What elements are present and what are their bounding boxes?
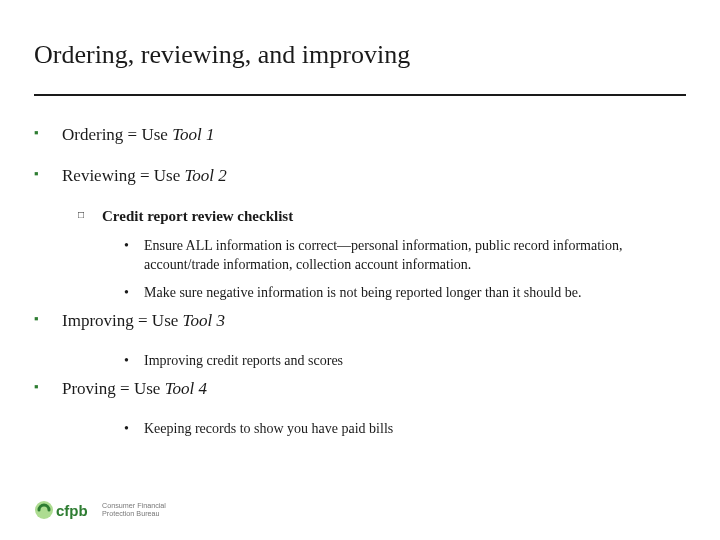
square-bullet-icon: ▪ — [34, 124, 62, 147]
point-text: Keeping records to show you have paid bi… — [144, 419, 686, 438]
bullet-prefix: Proving = Use — [62, 379, 165, 398]
bullet-reviewing: ▪ Reviewing = Use Tool 2 — [34, 165, 686, 188]
bullet-text: Proving = Use Tool 4 — [62, 378, 686, 401]
bullet-tool: Tool 4 — [165, 379, 207, 398]
title-rule — [34, 94, 686, 96]
point-improving-reports: • Improving credit reports and scores — [124, 351, 686, 370]
bullet-prefix: Ordering = Use — [62, 125, 172, 144]
slide-title: Ordering, reviewing, and improving — [34, 40, 686, 80]
point-negative-info: • Make sure negative information is not … — [124, 283, 686, 302]
point-text: Ensure ALL information is correct—person… — [144, 236, 686, 275]
bullet-prefix: Reviewing = Use — [62, 166, 184, 185]
cfpb-logo: cfpb Consumer Financial Protection Burea… — [34, 498, 166, 522]
sub-bullet-checklist: □ Credit report review checklist — [78, 206, 686, 226]
bullet-tool: Tool 3 — [183, 311, 225, 330]
point-text: Make sure negative information is not be… — [144, 283, 686, 302]
bullet-tool: Tool 2 — [184, 166, 226, 185]
bullet-text: Improving = Use Tool 3 — [62, 310, 686, 333]
bullet-improving: ▪ Improving = Use Tool 3 — [34, 310, 686, 333]
square-bullet-icon: ▪ — [34, 378, 62, 401]
slide: Ordering, reviewing, and improving ▪ Ord… — [0, 0, 720, 540]
hollow-square-icon: □ — [78, 206, 102, 226]
bullet-tool: Tool 1 — [172, 125, 214, 144]
dot-bullet-icon: • — [124, 351, 144, 370]
bullet-ordering: ▪ Ordering = Use Tool 1 — [34, 124, 686, 147]
bullet-text: Reviewing = Use Tool 2 — [62, 165, 686, 188]
logo-letters: cfpb — [56, 502, 88, 519]
point-text: Improving credit reports and scores — [144, 351, 686, 370]
bullet-prefix: Improving = Use — [62, 311, 183, 330]
point-keeping-records: • Keeping records to show you have paid … — [124, 419, 686, 438]
dot-bullet-icon: • — [124, 236, 144, 275]
dot-bullet-icon: • — [124, 419, 144, 438]
sub-bullet-text: Credit report review checklist — [102, 206, 686, 226]
dot-bullet-icon: • — [124, 283, 144, 302]
logo-caption-line2: Protection Bureau — [102, 510, 166, 518]
bullet-text: Ordering = Use Tool 1 — [62, 124, 686, 147]
square-bullet-icon: ▪ — [34, 165, 62, 188]
bullet-proving: ▪ Proving = Use Tool 4 — [34, 378, 686, 401]
square-bullet-icon: ▪ — [34, 310, 62, 333]
logo-caption: Consumer Financial Protection Bureau — [102, 502, 166, 519]
cfpb-logo-icon: cfpb — [34, 498, 94, 522]
point-ensure-correct: • Ensure ALL information is correct—pers… — [124, 236, 686, 275]
